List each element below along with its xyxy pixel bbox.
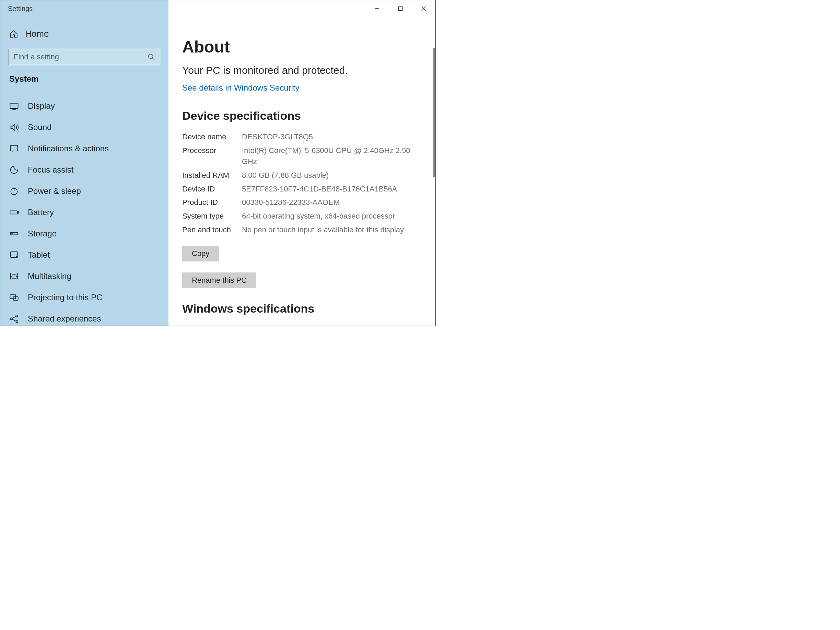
svg-rect-26 bbox=[399, 7, 403, 11]
spec-value: Intel(R) Core(TM) i5-6300U CPU @ 2.40GHz… bbox=[242, 145, 422, 167]
spec-value: No pen or touch input is available for t… bbox=[242, 224, 422, 235]
sidebar-item-storage[interactable]: Storage bbox=[0, 223, 169, 244]
sidebar-item-display[interactable]: Display bbox=[0, 95, 169, 117]
spec-row-processor: Processor Intel(R) Core(TM) i5-6300U CPU… bbox=[182, 144, 422, 169]
svg-point-12 bbox=[16, 257, 17, 257]
search-box[interactable] bbox=[9, 49, 160, 65]
sidebar-item-label: Multitasking bbox=[28, 272, 71, 281]
svg-rect-15 bbox=[12, 274, 16, 278]
projecting-icon bbox=[9, 293, 19, 302]
scrollbar-thumb[interactable] bbox=[433, 48, 435, 177]
spec-label: Device ID bbox=[182, 183, 242, 194]
spec-label: System type bbox=[182, 211, 242, 222]
power-icon bbox=[9, 186, 19, 196]
svg-line-24 bbox=[12, 319, 16, 321]
search-input[interactable] bbox=[14, 52, 148, 62]
sidebar-item-label: Display bbox=[28, 101, 55, 111]
device-spec-table: Device name DESKTOP-3GLT8Q5 Processor In… bbox=[182, 130, 422, 237]
spec-row-device-name: Device name DESKTOP-3GLT8Q5 bbox=[182, 130, 422, 144]
sidebar-item-sound[interactable]: Sound bbox=[0, 117, 169, 138]
sidebar-nav-list: Display Sound Notifications & actions Fo… bbox=[0, 85, 169, 326]
copy-button[interactable]: Copy bbox=[182, 246, 219, 262]
close-button[interactable] bbox=[412, 1, 436, 16]
multitasking-icon bbox=[9, 272, 19, 281]
sidebar-item-label: Focus assist bbox=[28, 165, 73, 175]
sidebar-item-label: Projecting to this PC bbox=[28, 293, 102, 302]
windows-spec-heading: Windows specifications bbox=[182, 302, 422, 315]
spec-value: 8.00 GB (7.88 GB usable) bbox=[242, 170, 422, 181]
sidebar-item-tablet[interactable]: Tablet bbox=[0, 244, 169, 265]
sidebar-item-label: Notifications & actions bbox=[28, 144, 109, 153]
spec-value: 5E7FF823-10F7-4C1D-BE48-B176C1A1B56A bbox=[242, 183, 422, 194]
shared-icon bbox=[9, 314, 19, 324]
svg-rect-7 bbox=[10, 211, 17, 214]
titlebar-right-region bbox=[169, 0, 436, 17]
spec-row-edition: Edition Windows 10 Pro bbox=[182, 323, 422, 326]
spec-label: Edition bbox=[182, 324, 242, 326]
sidebar-item-label: Shared experiences bbox=[28, 314, 101, 324]
focus-assist-icon bbox=[9, 165, 19, 175]
spec-row-device-id: Device ID 5E7FF823-10F7-4C1D-BE48-B176C1… bbox=[182, 182, 422, 196]
windows-spec-table: Edition Windows 10 Pro Version 22H2 Inst… bbox=[182, 323, 422, 326]
spec-label: Pen and touch bbox=[182, 224, 242, 235]
svg-rect-4 bbox=[11, 145, 18, 151]
svg-rect-8 bbox=[18, 212, 19, 213]
sidebar-item-label: Sound bbox=[28, 123, 52, 132]
minimize-button[interactable] bbox=[365, 1, 389, 16]
spec-label: Product ID bbox=[182, 197, 242, 208]
spec-value: Windows 10 Pro bbox=[242, 324, 422, 326]
sidebar-item-projecting[interactable]: Projecting to this PC bbox=[0, 287, 169, 308]
sound-icon bbox=[9, 123, 19, 132]
sidebar-item-multitasking[interactable]: Multitasking bbox=[0, 265, 169, 287]
content-area: About Your PC is monitored and protected… bbox=[169, 0, 436, 326]
sidebar: Settings Home System Display Sound bbox=[0, 0, 169, 326]
svg-rect-2 bbox=[10, 103, 18, 109]
svg-point-10 bbox=[12, 233, 13, 234]
spec-value: 64-bit operating system, x64-based proce… bbox=[242, 211, 422, 222]
sidebar-item-focus-assist[interactable]: Focus assist bbox=[0, 159, 169, 180]
spec-row-ram: Installed RAM 8.00 GB (7.88 GB usable) bbox=[182, 169, 422, 182]
spec-row-pen-touch: Pen and touch No pen or touch input is a… bbox=[182, 223, 422, 237]
storage-icon bbox=[9, 229, 19, 238]
spec-row-system-type: System type 64-bit operating system, x64… bbox=[182, 209, 422, 223]
sidebar-item-notifications[interactable]: Notifications & actions bbox=[0, 138, 169, 159]
home-icon bbox=[9, 30, 18, 38]
svg-line-1 bbox=[152, 58, 155, 60]
sidebar-home-label: Home bbox=[25, 28, 49, 39]
sidebar-category: System bbox=[0, 74, 169, 85]
spec-label: Device name bbox=[182, 131, 242, 142]
search-icon bbox=[148, 53, 155, 61]
maximize-button[interactable] bbox=[389, 1, 412, 16]
spec-label: Installed RAM bbox=[182, 170, 242, 181]
svg-point-0 bbox=[148, 54, 153, 59]
spec-value: 00330-51286-22333-AAOEM bbox=[242, 197, 422, 208]
spec-value: DESKTOP-3GLT8Q5 bbox=[242, 131, 422, 142]
sidebar-item-label: Battery bbox=[28, 208, 54, 217]
sidebar-item-label: Power & sleep bbox=[28, 186, 81, 196]
notifications-icon bbox=[9, 144, 19, 153]
sidebar-item-power-sleep[interactable]: Power & sleep bbox=[0, 180, 169, 202]
sidebar-item-home[interactable]: Home bbox=[0, 17, 169, 49]
protection-status-heading: Your PC is monitored and protected. bbox=[182, 65, 422, 76]
spec-label: Processor bbox=[182, 145, 242, 167]
battery-icon bbox=[9, 208, 19, 217]
sidebar-item-label: Tablet bbox=[28, 250, 50, 260]
windows-security-link[interactable]: See details in Windows Security bbox=[182, 83, 422, 93]
window-title: Settings bbox=[0, 5, 33, 13]
sidebar-item-label: Storage bbox=[28, 229, 57, 238]
rename-pc-button[interactable]: Rename this PC bbox=[182, 272, 256, 288]
sidebar-item-battery[interactable]: Battery bbox=[0, 202, 169, 223]
device-spec-heading: Device specifications bbox=[182, 109, 422, 123]
spec-row-product-id: Product ID 00330-51286-22333-AAOEM bbox=[182, 196, 422, 209]
display-icon bbox=[9, 101, 19, 111]
svg-line-23 bbox=[12, 316, 16, 319]
page-title: About bbox=[182, 37, 422, 56]
tablet-icon bbox=[9, 250, 19, 260]
titlebar-left: Settings bbox=[0, 0, 169, 17]
sidebar-item-shared-experiences[interactable]: Shared experiences bbox=[0, 308, 169, 326]
